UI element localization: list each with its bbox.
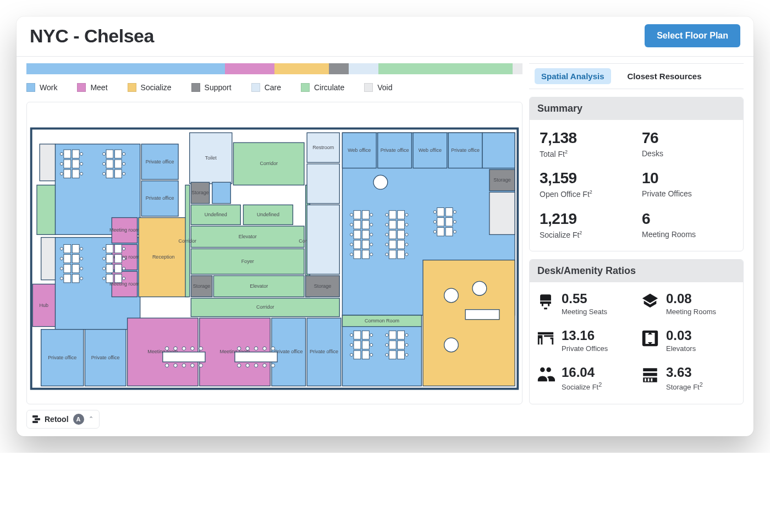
retool-brand-text: Retool: [45, 415, 69, 424]
svg-point-20: [80, 277, 82, 280]
room-void[interactable]: [41, 238, 56, 280]
legend-swatch: [128, 83, 136, 92]
svg-point-59: [386, 353, 388, 356]
tab-spatial-analysis[interactable]: Spatial Analysis: [535, 68, 611, 84]
room-care[interactable]: [307, 164, 339, 204]
svg-point-25: [103, 267, 106, 270]
svg-point-74: [165, 364, 168, 367]
room-label: Storage: [191, 190, 209, 195]
legend-item-void[interactable]: Void: [364, 83, 392, 92]
ratio-label: Socialize Ft2: [562, 381, 602, 391]
svg-point-9: [103, 162, 106, 165]
room-socialize[interactable]: [423, 260, 515, 386]
desk-icon: [536, 329, 555, 348]
svg-rect-96: [32, 421, 38, 423]
desk: [398, 231, 405, 239]
desk: [114, 169, 122, 178]
legend-label: Meet: [90, 83, 107, 92]
desk: [398, 250, 405, 259]
room-void[interactable]: [490, 192, 515, 234]
room-care[interactable]: [307, 205, 339, 274]
desk: [114, 160, 122, 168]
room-label: Web office: [348, 147, 371, 153]
desk: [446, 208, 453, 216]
legend-item-work[interactable]: Work: [26, 83, 57, 92]
desk: [106, 274, 113, 282]
proportion-bar: [26, 63, 522, 74]
retool-icon: [32, 415, 41, 423]
legend-item-circulate[interactable]: Circulate: [301, 83, 344, 92]
svg-point-40: [405, 213, 408, 216]
desk: [362, 331, 369, 339]
svg-point-16: [80, 257, 82, 260]
summary-metric: 7,138Total Ft2: [540, 130, 631, 158]
svg-point-35: [350, 243, 353, 246]
people-icon: [536, 366, 555, 385]
legend-item-meet[interactable]: Meet: [77, 83, 107, 92]
desk: [354, 250, 361, 259]
svg-point-62: [453, 211, 456, 213]
floorplan[interactable]: Private officeHubPrivate officePrivate o…: [26, 102, 522, 404]
elevator-icon: [641, 329, 659, 348]
room-label: Storage: [493, 177, 511, 183]
desk: [389, 231, 396, 239]
legend-item-support[interactable]: Support: [191, 83, 232, 92]
svg-point-77: [182, 347, 185, 350]
room-label: Web office: [419, 147, 442, 153]
footer-toolbar[interactable]: Retool A ⌃: [26, 410, 100, 429]
svg-point-54: [370, 353, 373, 356]
legend-label: Work: [40, 83, 57, 92]
room-label: Private office: [91, 355, 120, 360]
desk: [114, 254, 122, 262]
svg-point-80: [191, 364, 194, 367]
desk: [354, 240, 361, 249]
svg-point-76: [174, 364, 177, 367]
room-label: Storage: [193, 283, 211, 289]
ratio-value: 0.08: [666, 292, 716, 305]
svg-point-92: [271, 347, 274, 350]
svg-point-33: [350, 233, 353, 236]
room-circulate[interactable]: [37, 185, 55, 234]
select-floor-plan-button[interactable]: Select Floor Plan: [645, 24, 740, 47]
desk: [354, 211, 361, 219]
legend-item-socialize[interactable]: Socialize: [128, 83, 172, 92]
room-work[interactable]: [212, 182, 230, 204]
desk: [354, 341, 361, 349]
desk: [64, 264, 71, 272]
svg-point-47: [386, 253, 388, 256]
tab-closest-resources[interactable]: Closest Resources: [621, 68, 708, 84]
svg-point-93: [271, 364, 274, 367]
svg-rect-71: [465, 310, 499, 320]
svg-point-6: [80, 172, 82, 175]
desk: [106, 150, 113, 158]
svg-point-32: [370, 223, 373, 226]
room-label: Corridor: [256, 304, 274, 310]
svg-point-1: [60, 152, 63, 155]
room-label: Undefined: [257, 212, 279, 217]
desk: [389, 250, 396, 259]
svg-rect-72: [163, 352, 205, 362]
metric-label: Open Office Ft2: [540, 189, 631, 199]
svg-point-88: [254, 347, 257, 350]
desk: [106, 244, 113, 253]
avatar[interactable]: A: [73, 414, 84, 425]
room-void[interactable]: [40, 144, 55, 181]
chair-icon: [536, 292, 555, 311]
metric-label: Total Ft2: [540, 149, 631, 158]
desk: [398, 240, 405, 249]
app-window: NYC - Chelsea Select Floor Plan WorkMeet…: [16, 17, 754, 436]
room-label: Private office: [48, 355, 76, 360]
room-work[interactable]: [482, 133, 515, 168]
desk: [389, 240, 396, 249]
legend-item-care[interactable]: Care: [251, 83, 281, 92]
desk: [398, 341, 405, 349]
desk: [64, 274, 71, 282]
svg-point-79: [191, 347, 194, 350]
svg-point-10: [123, 162, 125, 165]
svg-point-58: [405, 343, 408, 346]
svg-point-42: [405, 223, 408, 226]
svg-point-36: [370, 243, 373, 246]
svg-point-28: [123, 277, 125, 280]
chevron-up-icon[interactable]: ⌃: [89, 415, 94, 423]
room-label: Common Room: [365, 318, 399, 323]
